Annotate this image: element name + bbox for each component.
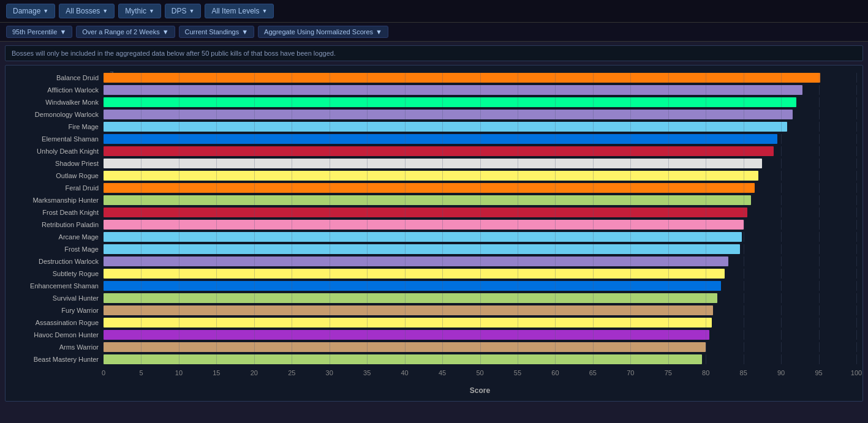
nav-btn-dps[interactable]: DPS▼ (165, 4, 202, 18)
sub-btn-arrow-percentile: ▼ (59, 28, 66, 36)
bar-fill-15 (104, 256, 728, 266)
bar-fill-4 (104, 122, 787, 132)
x-tick-20: 20 (251, 369, 258, 376)
grid-line-95 (819, 195, 820, 205)
grid-line-95 (819, 330, 820, 340)
grid-line-90 (781, 146, 782, 156)
bar-track-17 (104, 281, 856, 291)
grid-line-95 (819, 342, 820, 352)
bar-fill-22 (104, 342, 706, 352)
bar-track-22 (104, 342, 856, 352)
bar-label-23: Beast Mastery Hunter (6, 356, 104, 363)
x-tick-80: 80 (702, 369, 709, 376)
x-tick-15: 15 (213, 369, 220, 376)
x-axis-title: Score (104, 386, 856, 395)
nav-btn-arrow-all-bosses: ▼ (102, 8, 108, 14)
nav-btn-all-bosses[interactable]: All Bosses▼ (59, 4, 115, 18)
bar-row-1: Affliction Warlock (6, 84, 856, 95)
grid-line-90 (781, 342, 782, 352)
bar-label-19: Fury Warrior (6, 307, 104, 314)
x-tick-10: 10 (175, 369, 183, 376)
grid-line-85 (744, 269, 744, 279)
sub-btn-aggregate[interactable]: Aggregate Using Normalized Scores▼ (258, 26, 388, 38)
grid-line-90 (781, 232, 782, 242)
grid-line-100 (856, 305, 857, 315)
grid-line-85 (744, 342, 744, 352)
grid-line-100 (856, 354, 857, 364)
bar-track-6 (104, 146, 856, 156)
nav-btn-label-all-item-levels: All Item Levels (211, 7, 259, 15)
grid-line-90 (781, 171, 782, 181)
bar-label-4: Fire Mage (6, 123, 104, 130)
grid-line-100 (856, 183, 857, 193)
bar-label-8: Outlaw Rogue (6, 172, 104, 179)
bar-fill-17 (104, 281, 721, 291)
bar-fill-7 (104, 159, 762, 168)
bar-track-12 (104, 220, 856, 230)
x-tick-50: 50 (476, 369, 483, 376)
grid-line-100 (856, 220, 857, 230)
bar-label-11: Frost Death Knight (6, 209, 104, 216)
grid-line-90 (781, 293, 782, 303)
nav-btn-all-item-levels[interactable]: All Item Levels▼ (205, 4, 274, 18)
sub-btn-arrow-weeks: ▼ (162, 28, 169, 36)
grid-line-90 (781, 134, 782, 144)
nav-btn-label-mythic: Mythic (125, 7, 146, 15)
bar-row-13: Arcane Mage (6, 231, 856, 242)
bar-label-22: Arms Warrior (6, 343, 104, 351)
grid-line-95 (819, 122, 820, 132)
grid-line-100 (856, 318, 857, 328)
grid-line-85 (744, 281, 744, 291)
sub-btn-standings[interactable]: Current Standings▼ (179, 26, 255, 38)
bar-label-1: Affliction Warlock (6, 86, 104, 94)
x-tick-95: 95 (815, 369, 822, 376)
bar-fill-8 (104, 171, 758, 181)
bar-row-5: Elemental Shaman (6, 133, 856, 144)
bar-row-18: Survival Hunter (6, 292, 856, 304)
grid-line-85 (744, 232, 744, 242)
grid-line-95 (819, 110, 820, 119)
grid-line-95 (819, 134, 820, 144)
grid-line-95 (819, 269, 820, 279)
grid-line-100 (856, 281, 857, 291)
bar-fill-6 (104, 146, 774, 156)
sub-btn-arrow-standings: ▼ (241, 28, 248, 36)
grid-line-85 (744, 318, 744, 328)
grid-line-95 (819, 354, 820, 364)
x-tick-5: 5 (139, 369, 143, 376)
bar-label-13: Arcane Mage (6, 233, 104, 241)
sub-btn-label-aggregate: Aggregate Using Normalized Scores (264, 28, 373, 36)
x-tick-85: 85 (740, 369, 747, 376)
sub-btn-percentile[interactable]: 95th Percentile▼ (6, 26, 72, 38)
bar-track-0 (104, 73, 856, 83)
grid-line-100 (856, 256, 857, 266)
bar-fill-5 (104, 134, 777, 144)
top-nav: Damage▼All Bosses▼Mythic▼DPS▼All Item Le… (0, 0, 868, 23)
bar-row-16: Subtlety Rogue (6, 268, 856, 279)
sub-btn-label-percentile: 95th Percentile (12, 28, 57, 36)
bar-label-18: Survival Hunter (6, 294, 104, 302)
grid-line-100 (856, 122, 857, 132)
bar-row-20: Assassination Rogue (6, 316, 856, 328)
bar-track-5 (104, 134, 856, 144)
grid-line-95 (819, 293, 820, 303)
bar-label-7: Shadow Priest (6, 160, 104, 167)
bar-row-19: Fury Warrior (6, 304, 856, 316)
bar-row-12: Retribution Paladin (6, 219, 856, 230)
grid-line-85 (744, 244, 744, 254)
sub-btn-label-weeks: Over a Range of 2 Weeks (82, 28, 159, 36)
sub-btn-arrow-aggregate: ▼ (376, 28, 382, 36)
x-tick-75: 75 (665, 369, 672, 376)
bar-label-2: Windwalker Monk (6, 99, 104, 106)
sub-btn-weeks[interactable]: Over a Range of 2 Weeks▼ (76, 26, 175, 38)
bar-label-15: Destruction Warlock (6, 258, 104, 265)
bar-row-9: Feral Druid (6, 182, 856, 193)
grid-line-95 (819, 97, 820, 107)
x-label-container: Score (6, 385, 856, 395)
bar-row-3: Demonology Warlock (6, 108, 856, 120)
nav-btn-mythic[interactable]: Mythic▼ (118, 4, 161, 18)
grid-line-90 (781, 220, 782, 230)
bar-track-23 (104, 354, 856, 364)
nav-btn-damage[interactable]: Damage▼ (6, 4, 55, 18)
x-tick-55: 55 (514, 369, 521, 376)
